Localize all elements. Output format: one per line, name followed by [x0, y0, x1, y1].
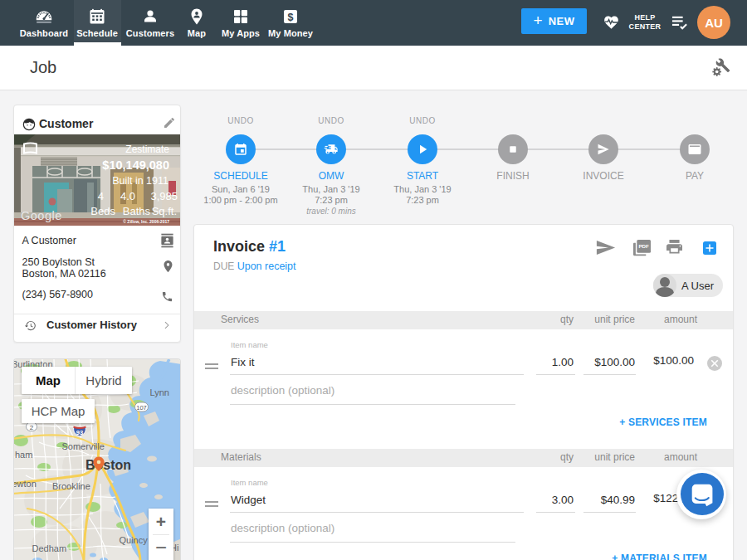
- svg-text:3,985: 3,985: [150, 190, 178, 202]
- svg-text:Zestimate: Zestimate: [125, 144, 169, 155]
- svg-text:ham: ham: [15, 450, 32, 460]
- svg-text:4: 4: [98, 190, 104, 202]
- svg-text:Google: Google: [21, 209, 62, 222]
- svg-text:Sq.ft.: Sq.ft.: [152, 205, 177, 217]
- svg-text:Beds: Beds: [90, 205, 115, 217]
- svg-text:$10,149,080: $10,149,080: [102, 158, 169, 172]
- svg-text:Lynn: Lynn: [150, 387, 169, 397]
- svg-text:Baths: Baths: [123, 205, 151, 217]
- svg-text:Somerville: Somerville: [62, 441, 105, 451]
- svg-text:Boston: Boston: [85, 458, 131, 472]
- svg-text:$: $: [288, 12, 294, 23]
- svg-text:Newton: Newton: [14, 479, 37, 489]
- svg-text:Quincy: Quincy: [120, 535, 149, 545]
- svg-text:93: 93: [76, 429, 83, 436]
- svg-text:4.0: 4.0: [120, 190, 135, 202]
- svg-text:© Zillow, Inc. 2006-2017: © Zillow, Inc. 2006-2017: [123, 219, 169, 224]
- svg-text:107: 107: [136, 404, 147, 411]
- svg-text:Brookline: Brookline: [52, 481, 90, 491]
- svg-text:2: 2: [30, 424, 34, 431]
- svg-text:Built in 1911: Built in 1911: [112, 175, 168, 187]
- svg-text:Dedham: Dedham: [32, 543, 67, 553]
- svg-text:PDF: PDF: [638, 243, 649, 249]
